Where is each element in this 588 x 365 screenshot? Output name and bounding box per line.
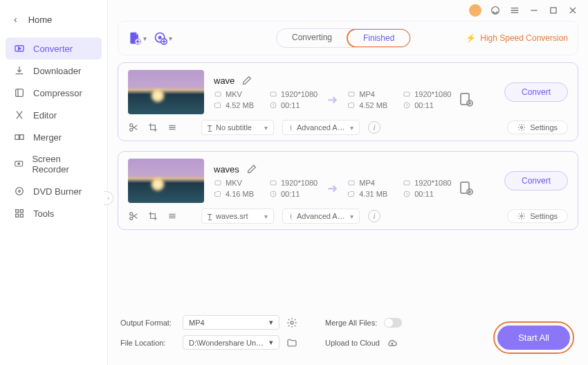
file-title: waves bbox=[214, 164, 239, 175]
svg-point-16 bbox=[159, 37, 161, 39]
audio-select[interactable]: ⟮Advanced Audi...▾ bbox=[282, 208, 360, 224]
more-icon[interactable] bbox=[167, 122, 178, 133]
svg-rect-18 bbox=[215, 92, 221, 96]
sidebar-item-downloader[interactable]: Downloader bbox=[0, 60, 107, 82]
sidebar-item-label: Editor bbox=[33, 110, 57, 121]
sidebar-item-label: Compressor bbox=[33, 88, 82, 98]
lightning-icon: ⚡ bbox=[466, 33, 476, 43]
sidebar-item-converter[interactable]: Converter bbox=[6, 37, 102, 60]
converter-icon bbox=[14, 43, 25, 54]
svg-rect-29 bbox=[215, 181, 221, 185]
convert-button[interactable]: Convert bbox=[504, 82, 568, 102]
arrow-icon: ➜ bbox=[324, 181, 340, 196]
editor-icon bbox=[14, 109, 25, 121]
crop-icon[interactable] bbox=[147, 122, 158, 133]
file-title: wave bbox=[214, 75, 235, 86]
svg-rect-3 bbox=[20, 135, 24, 140]
file-location-select[interactable]: D:\Wondershare UniConverter 1▾ bbox=[183, 335, 279, 350]
svg-rect-13 bbox=[551, 8, 556, 13]
start-all-wrapper: Start All bbox=[493, 321, 574, 354]
close-icon[interactable] bbox=[567, 5, 578, 16]
output-format-label: Output Format: bbox=[120, 319, 176, 327]
conversion-item: wave MKV 4.52 MB 1920*1080 00:11 ➜ MP4 bbox=[118, 62, 578, 141]
svg-rect-22 bbox=[404, 92, 410, 96]
svg-rect-32 bbox=[349, 181, 354, 185]
arrow-icon: ➜ bbox=[324, 92, 340, 107]
svg-point-5 bbox=[18, 163, 19, 164]
svg-rect-24 bbox=[461, 94, 469, 105]
svg-rect-8 bbox=[16, 210, 19, 213]
tab-converting[interactable]: Converting bbox=[277, 29, 347, 47]
more-icon[interactable] bbox=[167, 211, 178, 222]
svg-rect-19 bbox=[270, 92, 276, 96]
settings-button[interactable]: Settings bbox=[507, 209, 568, 223]
svg-rect-9 bbox=[20, 210, 23, 213]
audio-icon: ⟮ bbox=[288, 212, 293, 220]
video-thumbnail[interactable] bbox=[128, 159, 204, 203]
high-speed-toggle[interactable]: ⚡ High Speed Conversion bbox=[466, 33, 568, 43]
svg-rect-2 bbox=[15, 135, 19, 140]
svg-point-28 bbox=[521, 127, 523, 129]
sidebar-item-screen-recorder[interactable]: Screen Recorder bbox=[0, 148, 107, 180]
sidebar-item-label: Downloader bbox=[33, 66, 81, 76]
convert-button[interactable]: Convert bbox=[504, 171, 568, 190]
crop-icon[interactable] bbox=[147, 211, 158, 222]
svg-rect-35 bbox=[461, 182, 469, 193]
svg-point-40 bbox=[291, 321, 293, 324]
sidebar-item-dvd-burner[interactable]: DVD Burner bbox=[0, 180, 107, 202]
trim-icon[interactable] bbox=[128, 211, 139, 222]
output-preset-icon[interactable] bbox=[458, 91, 475, 108]
rename-icon[interactable] bbox=[246, 163, 257, 175]
settings-button[interactable]: Settings bbox=[507, 121, 568, 134]
home-link[interactable]: ‹ Home bbox=[0, 8, 107, 30]
merge-label: Merge All Files: bbox=[325, 319, 377, 327]
back-icon: ‹ bbox=[14, 14, 17, 25]
start-all-button[interactable]: Start All bbox=[497, 326, 570, 350]
svg-rect-10 bbox=[16, 214, 19, 217]
svg-rect-11 bbox=[20, 214, 23, 217]
svg-rect-21 bbox=[349, 92, 354, 96]
conversion-item: waves MKV 4.16 MB 1920*1080 00:11 ➜ MP4 bbox=[118, 151, 578, 230]
svg-point-6 bbox=[16, 188, 24, 195]
rename-icon[interactable] bbox=[241, 75, 252, 86]
output-format-select[interactable]: MP4▾ bbox=[183, 315, 279, 330]
tab-finished[interactable]: Finished bbox=[347, 28, 411, 48]
trim-icon[interactable] bbox=[128, 122, 139, 133]
sidebar-item-label: Tools bbox=[33, 208, 54, 219]
video-thumbnail[interactable] bbox=[128, 70, 204, 114]
sidebar-item-merger[interactable]: Merger bbox=[0, 126, 107, 148]
file-location-label: File Location: bbox=[120, 339, 176, 347]
user-avatar[interactable] bbox=[469, 4, 481, 17]
support-icon[interactable] bbox=[490, 5, 501, 16]
recorder-icon bbox=[14, 159, 24, 170]
add-file-button[interactable]: ▾ bbox=[128, 31, 147, 45]
sidebar-item-label: Screen Recorder bbox=[32, 154, 93, 175]
tools-icon bbox=[14, 208, 25, 219]
svg-point-39 bbox=[521, 215, 523, 217]
upload-label: Upload to Cloud bbox=[325, 339, 380, 347]
open-folder-icon[interactable] bbox=[286, 337, 297, 348]
subtitle-select[interactable]: T̲No subtitle▾ bbox=[201, 120, 274, 135]
sidebar-item-tools[interactable]: Tools bbox=[0, 202, 107, 224]
compressor-icon bbox=[14, 87, 25, 98]
merge-toggle[interactable] bbox=[384, 318, 402, 328]
merger-icon bbox=[14, 132, 25, 143]
subtitle-select[interactable]: T̲waves.srt▾ bbox=[201, 208, 274, 224]
info-icon[interactable]: i bbox=[368, 121, 380, 134]
dvd-icon bbox=[14, 186, 25, 197]
output-settings-icon[interactable] bbox=[286, 317, 297, 328]
sidebar-item-editor[interactable]: Editor bbox=[0, 104, 107, 126]
sidebar-item-compressor[interactable]: Compressor bbox=[0, 82, 107, 104]
sidebar-item-label: Merger bbox=[33, 132, 62, 143]
menu-icon[interactable] bbox=[509, 5, 520, 16]
info-icon[interactable]: i bbox=[368, 210, 380, 222]
audio-select[interactable]: ⟮Advanced Audi...▾ bbox=[282, 120, 360, 135]
sidebar-item-label: DVD Burner bbox=[33, 186, 82, 197]
maximize-icon[interactable] bbox=[548, 5, 559, 16]
audio-icon: ⟮ bbox=[288, 123, 293, 132]
add-dvd-button[interactable]: ▾ bbox=[154, 31, 172, 45]
svg-rect-30 bbox=[270, 181, 276, 185]
minimize-icon[interactable] bbox=[529, 5, 540, 16]
output-preset-icon[interactable] bbox=[458, 180, 475, 197]
cloud-upload-icon[interactable] bbox=[387, 337, 398, 348]
